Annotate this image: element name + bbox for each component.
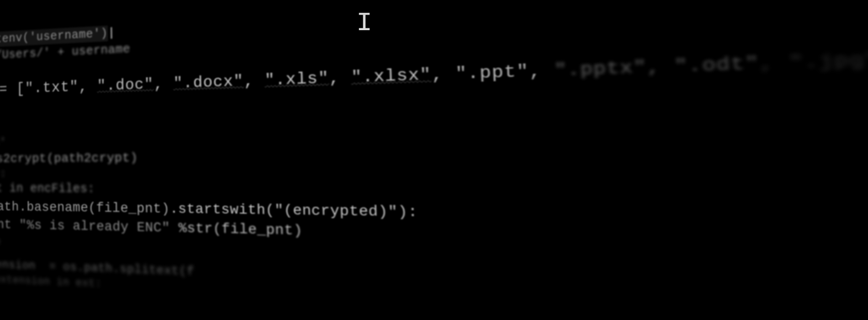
- text-cursor-icon: I: [356, 8, 372, 38]
- line-cursor: |: [108, 26, 116, 40]
- code-line[interactable]: pnt in encFiles:: [0, 180, 95, 198]
- code-line[interactable]: est': [0, 134, 6, 150]
- code-line[interactable]: les2crypt(path2crypt): [0, 149, 138, 168]
- code-line[interactable]: ese: [0, 234, 0, 250]
